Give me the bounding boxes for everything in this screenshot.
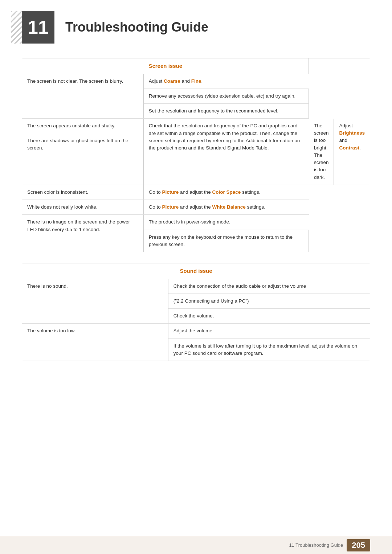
solution-cell: Adjust Coarse and Fine.	[143, 74, 309, 89]
table-row: The volume is too low. Adjust the volume…	[22, 324, 370, 338]
table-row: The screen is not clear. The screen is b…	[22, 74, 370, 89]
chapter-number-block: 11	[22, 11, 54, 44]
page-number-badge: 205	[347, 539, 370, 551]
footer-text: 11 Troubleshooting Guide	[289, 542, 343, 548]
problem-cell: There is no image on the screen and the …	[22, 215, 144, 252]
solution-cell: Check the connection of the audio cable …	[168, 279, 370, 294]
problem-cell: The screen is too bright. The screen is …	[309, 119, 334, 185]
page-header: 11 Troubleshooting Guide	[0, 0, 392, 58]
solution-cell: Adjust Brightness and Contrast.	[334, 119, 370, 185]
colorspace-bold: Color Space	[212, 189, 241, 195]
problem-cell: There is no sound.	[22, 279, 168, 324]
brightness-bold: Brightness	[339, 130, 365, 136]
problem-cell: Screen color is inconsistent.	[22, 185, 144, 200]
table-row: There is no image on the screen and the …	[22, 215, 370, 230]
table-row: White does not really look white. Go to …	[22, 200, 370, 215]
screen-issue-header: Screen issue	[22, 58, 309, 74]
problem-cell: The screen appears unstable and shaky. T…	[22, 119, 144, 185]
sound-issue-header: Sound issue	[22, 263, 370, 279]
chapter-number: 11	[28, 18, 49, 37]
solution-cell: ("2.2 Connecting and Using a PC")	[168, 294, 370, 308]
picture2-bold: Picture	[162, 204, 179, 210]
fine-bold: Fine	[191, 78, 201, 84]
solution-cell: Go to Picture and adjust the Color Space…	[143, 185, 309, 200]
whitebalance-bold: White Balance	[212, 204, 246, 210]
solution-cell: If the volume is still low after turning…	[168, 338, 370, 361]
solution-cell: Check the volume.	[168, 309, 370, 324]
problem-cell: White does not really look white.	[22, 200, 144, 215]
screen-issue-table: Screen issue The screen is not clear. Th…	[22, 58, 370, 252]
sound-issue-table: Sound issue There is no sound. Check the…	[22, 263, 370, 361]
table-row: There is no sound. Check the connection …	[22, 279, 370, 294]
contrast-bold: Contrast	[339, 145, 359, 151]
page-footer: 11 Troubleshooting Guide 205	[0, 536, 392, 554]
table-row: Screen color is inconsistent. Go to Pict…	[22, 185, 370, 200]
solution-cell: Go to Picture and adjust the White Balan…	[143, 200, 309, 215]
content-area: Screen issue The screen is not clear. Th…	[0, 58, 392, 394]
coarse-bold: Coarse	[164, 78, 180, 84]
solution-cell: Remove any accessories (video extension …	[143, 89, 309, 103]
solution-cell: Check that the resolution and frequency …	[143, 119, 309, 185]
solution-cell: Adjust the volume.	[168, 324, 370, 338]
picture-bold: Picture	[162, 189, 179, 195]
problem-cell: The volume is too low.	[22, 324, 168, 361]
problem-cell: The screen is not clear. The screen is b…	[22, 74, 144, 119]
solution-cell: The product is in power-saving mode.	[143, 215, 309, 230]
page-title: Troubleshooting Guide	[65, 20, 208, 35]
solution-cell: Press any key on the keyboard or move th…	[143, 230, 309, 252]
solution-cell: Set the resolution and frequency to the …	[143, 104, 309, 119]
